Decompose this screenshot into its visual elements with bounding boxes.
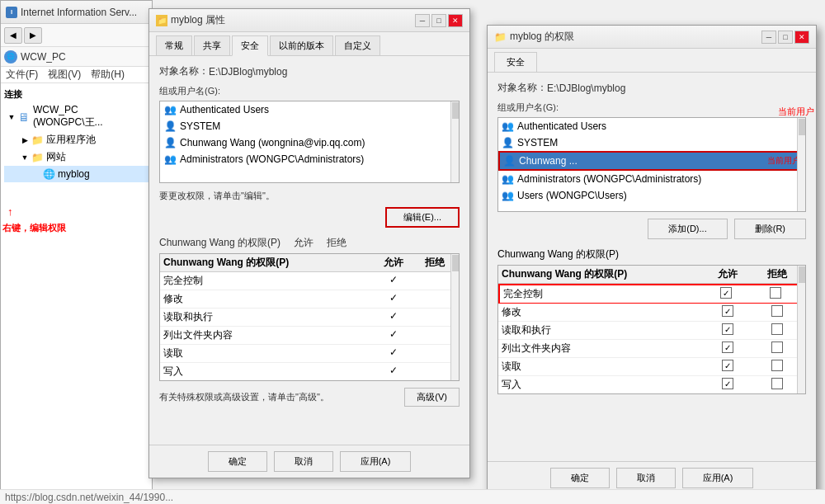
sec-minimize-button[interactable]: ─ <box>761 31 776 44</box>
group-users-label: 组或用户名(G): <box>159 85 460 97</box>
props-tabs: 常规 共享 安全 以前的版本 自定义 <box>149 32 469 56</box>
props-body: 对象名称： E:\DJBlog\myblog 组或用户名(G): 👥 Authe… <box>149 56 469 415</box>
statusbar-text: https://blog.csdn.net/weixin_44/1990... <box>5 492 173 503</box>
add-user-button[interactable]: 添加(D)... <box>648 219 727 239</box>
user-item-3[interactable]: 👥 Administrators (WONGPC\Administrators) <box>160 151 459 167</box>
user-name-0: Authenticated Users <box>180 104 269 115</box>
sites-name: 网站 <box>46 150 66 164</box>
sec-close-button[interactable]: ✕ <box>794 31 809 44</box>
sec-user-item-4[interactable]: 👥 Users (WONGPC\Users) <box>498 187 805 204</box>
perm-scrollbar[interactable] <box>450 254 459 380</box>
perm-allow-label: 允许 <box>283 236 324 250</box>
sec-perm-check-allow-1: ✓ <box>703 305 752 319</box>
props-titlebar: 📁 myblog 属性 ─ □ ✕ <box>149 9 469 32</box>
sec-perm-name-5: 写入 <box>502 378 703 392</box>
maximize-button[interactable]: □ <box>431 14 446 27</box>
perm-name-2: 读取和执行 <box>163 310 373 324</box>
forward-button[interactable]: ▶ <box>24 27 42 44</box>
address-text: WCW_PC <box>21 51 66 63</box>
sec-tab-security[interactable]: 安全 <box>494 52 537 72</box>
sec-apply-button[interactable]: 应用(A) <box>682 468 754 488</box>
sec-user-item-1[interactable]: 👤 SYSTEM <box>498 134 805 151</box>
sec-perm-col-name-hdr: Chunwang Wang 的权限(P) <box>502 267 703 281</box>
sec-ok-button[interactable]: 确定 <box>550 468 610 488</box>
edit-button[interactable]: 编辑(E)... <box>385 207 460 228</box>
perm-row-1: 修改 ✓ <box>160 290 459 309</box>
sec-win-controls: ─ □ ✕ <box>761 31 809 44</box>
close-button[interactable]: ✕ <box>448 14 463 27</box>
perm-table: Chunwang Wang 的权限(P) 允许 拒绝 完全控制 ✓ 修改 ✓ 读… <box>159 253 460 381</box>
perm-header-name: Chunwang Wang 的权限(P) <box>159 237 280 248</box>
sec-users-scrollbar[interactable] <box>797 118 805 211</box>
remove-user-button[interactable]: 删除(R) <box>734 219 806 239</box>
perm-col-name-hdr: Chunwang Wang 的权限(P) <box>163 256 373 270</box>
perm-allow-2: ✓ <box>373 310 414 324</box>
sec-user-item-0[interactable]: 👥 Authenticated Users <box>498 118 805 134</box>
tab-previous[interactable]: 以前的版本 <box>270 35 333 55</box>
sec-users-list[interactable]: 👥 Authenticated Users 👤 SYSTEM 👤 Chunwan… <box>497 117 806 212</box>
tree-item-server[interactable]: ▼ 🖥 WCW_PC (WONGPC\王... <box>4 102 150 131</box>
server-name: WCW_PC (WONGPC\王... <box>33 104 150 130</box>
menu-view[interactable]: 视图(V) <box>48 68 81 82</box>
props-ok-button[interactable]: 确定 <box>208 451 267 472</box>
sec-perm-check-allow-4: ✓ <box>703 360 752 374</box>
perm-deny-0 <box>414 274 455 288</box>
perm-allow-5: ✓ <box>373 365 414 379</box>
users-scrollbar[interactable] <box>450 101 459 182</box>
sec-cancel-button[interactable]: 取消 <box>616 468 676 488</box>
user-name-2: Chunwang Wang (wongnina@vip.qq.com) <box>180 137 365 148</box>
current-user-annotation: 当前用户 <box>778 106 814 118</box>
sec-user-item-2-selected[interactable]: 👤 Chunwang ... 当前用户 <box>498 151 805 171</box>
users-list[interactable]: 👥 Authenticated Users 👤 SYSTEM 👤 Chunwan… <box>159 101 460 183</box>
props-footer: 确定 取消 应用(A) <box>149 445 469 478</box>
perm-deny-2 <box>414 310 455 324</box>
props-apply-button[interactable]: 应用(A) <box>340 451 412 472</box>
user-item-1[interactable]: 👤 SYSTEM <box>160 118 459 134</box>
sec-dialog: 📁 myblog 的权限 ─ □ ✕ 安全 对象名称： E:\DJBlog\my… <box>487 25 817 495</box>
menu-file[interactable]: 文件(F) <box>6 68 38 82</box>
minimize-button[interactable]: ─ <box>415 14 430 27</box>
sec-maximize-button[interactable]: □ <box>778 31 793 44</box>
user-icon-0: 👥 <box>163 103 177 116</box>
advanced-row: 有关特殊权限或高级设置，请单击"高级"。 高级(V) <box>159 388 460 407</box>
sec-perm-table-header: Chunwang Wang 的权限(P) 允许 拒绝 <box>498 266 805 284</box>
sec-perm-check-allow-5: ✓ <box>703 378 752 392</box>
edit-note: 要更改权限，请单击"编辑"。 <box>159 190 460 202</box>
apppool-expand-icon: ▶ <box>21 136 29 144</box>
perm-col-allow-hdr: 允许 <box>373 256 414 270</box>
sec-title-left: 📁 myblog 的权限 <box>494 30 574 44</box>
menu-help[interactable]: 帮助(H) <box>91 68 125 82</box>
myblog-icon: 🌐 <box>42 167 55 181</box>
globe-icon: 🌐 <box>4 50 17 64</box>
myblog-expand-icon <box>32 170 40 178</box>
tab-security[interactable]: 安全 <box>232 35 268 56</box>
perm-name-3: 列出文件夹内容 <box>163 328 373 342</box>
sec-perm-check-deny-4 <box>752 360 802 374</box>
tab-custom[interactable]: 自定义 <box>335 35 380 55</box>
user-item-0[interactable]: 👥 Authenticated Users <box>160 101 459 118</box>
statusbar: https://blog.csdn.net/weixin_44/1990... <box>0 489 825 504</box>
tab-share[interactable]: 共享 <box>194 35 230 55</box>
sec-user-item-3[interactable]: 👥 Administrators (WONGPC\Administrators) <box>498 171 805 187</box>
advanced-button[interactable]: 高级(V) <box>404 388 460 407</box>
add-remove-row: 添加(D)... 删除(R) <box>497 219 806 239</box>
tree-item-apppool[interactable]: ▶ 📁 应用程序池 <box>4 131 150 148</box>
props-cancel-button[interactable]: 取消 <box>274 451 333 472</box>
tree-item-sites[interactable]: ▼ 📁 网站 <box>4 148 150 166</box>
sec-perm-scrollbar[interactable] <box>797 266 805 393</box>
current-user-label-inline: 当前用户 <box>767 155 800 167</box>
user-item-2[interactable]: 👤 Chunwang Wang (wongnina@vip.qq.com) <box>160 134 459 151</box>
props-dialog: 📁 myblog 属性 ─ □ ✕ 常规 共享 安全 以前的版本 自定义 对象名… <box>148 8 470 478</box>
apppool-icon: 📁 <box>31 134 44 147</box>
sec-title: myblog 的权限 <box>510 30 574 44</box>
sec-user-name-2: Chunwang ... <box>519 155 578 167</box>
tab-general[interactable]: 常规 <box>156 35 192 55</box>
perm-table-header: Chunwang Wang 的权限(P) 允许 拒绝 <box>160 254 459 272</box>
tree-item-myblog[interactable]: 🌐 myblog <box>4 166 150 182</box>
sec-perm-check-allow-2: ✓ <box>703 323 752 337</box>
sec-perm-row-2: 读取和执行 ✓ <box>498 322 805 340</box>
perm-row-5: 写入 ✓ <box>160 363 459 380</box>
sec-user-icon-1: 👤 <box>502 137 514 148</box>
perm-row-0: 完全控制 ✓ <box>160 272 459 290</box>
back-button[interactable]: ◀ <box>4 27 22 44</box>
